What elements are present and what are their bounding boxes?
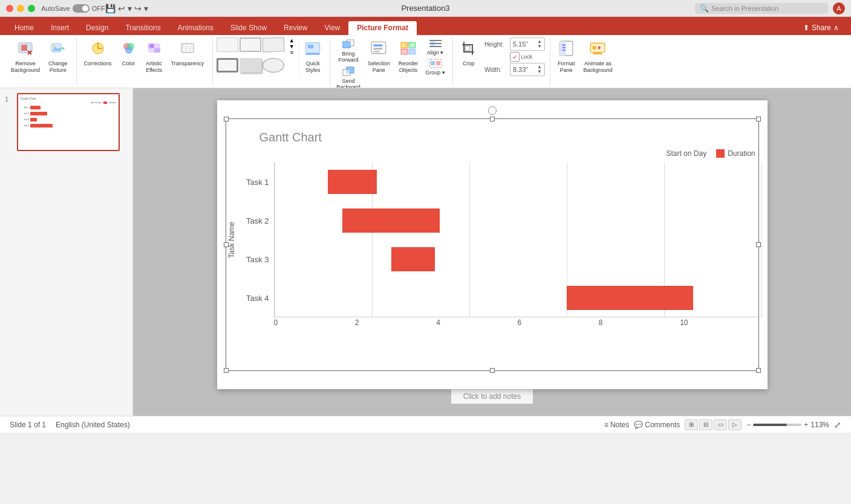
handle-tl[interactable] <box>224 117 229 121</box>
tab-design[interactable]: Design <box>77 21 117 35</box>
height-input[interactable]: 5.15" ▲ ▼ <box>510 37 545 51</box>
undo-button[interactable]: ↩ <box>118 4 125 13</box>
change-pic-label: ChangePicture <box>48 60 68 74</box>
selection-pane-button[interactable]: SelectionPane <box>364 37 394 76</box>
color-button[interactable]: Color <box>117 37 141 69</box>
crop-button[interactable]: Crop <box>457 37 481 69</box>
quick-styles-button[interactable]: QuickStyles <box>299 37 325 76</box>
gridline-10 <box>761 163 762 317</box>
bring-forward-button[interactable]: BringForward <box>334 37 363 64</box>
width-input[interactable]: 8.33" ▲ ▼ <box>510 63 545 76</box>
height-label: Height: <box>484 41 507 48</box>
zoom-in-btn[interactable]: + <box>804 421 808 429</box>
color-label: Color <box>122 60 135 67</box>
width-spinners: ▲ ▼ <box>537 65 542 74</box>
user-avatar[interactable]: A <box>833 2 845 15</box>
reorder-objects-button[interactable]: ReorderObjects <box>395 37 422 76</box>
style-swatch[interactable] <box>240 37 261 52</box>
corrections-icon <box>90 40 106 59</box>
transparency-icon <box>179 40 196 59</box>
change-picture-button[interactable]: ChangePicture <box>45 37 71 76</box>
reading-view-btn[interactable]: ▭ <box>714 419 727 430</box>
style-swatch[interactable] <box>240 58 261 73</box>
redo-button[interactable]: ↪ <box>134 4 142 13</box>
mini-task-2: Task 2 <box>21 112 29 115</box>
task-bar-1[interactable] <box>328 170 377 194</box>
minimize-button[interactable] <box>17 5 24 12</box>
task-bar-3[interactable] <box>391 247 435 271</box>
svg-rect-46 <box>559 41 566 56</box>
x-label-10: 10 <box>680 318 761 327</box>
zoom-slider[interactable] <box>753 424 801 426</box>
close-button[interactable] <box>6 5 13 12</box>
tab-transitions[interactable]: Transitions <box>117 21 169 35</box>
slide-thumbnail-1[interactable]: Gantt Chart Start on Day Duration Task 1 <box>17 93 120 151</box>
search-box[interactable]: 🔍 Search in Presentation <box>695 3 828 14</box>
maximize-button[interactable] <box>28 5 35 12</box>
task-bar-4[interactable] <box>567 286 693 310</box>
style-swatch[interactable] <box>262 58 284 73</box>
normal-view-btn[interactable]: ⊞ <box>685 419 698 430</box>
group-button[interactable]: Group ▾ <box>423 57 448 77</box>
legend-start: Start on Day <box>666 149 706 158</box>
svg-rect-33 <box>401 42 408 48</box>
grid-view-btn[interactable]: ⊟ <box>699 419 712 430</box>
handle-tr[interactable] <box>756 117 761 121</box>
slide-panel: 1 Gantt Chart Start on Day Duration Task… <box>0 88 133 416</box>
height-spinners: ▲ ▼ <box>537 39 542 49</box>
comments-button[interactable]: 💬 Comments <box>634 421 680 429</box>
svg-rect-28 <box>347 67 354 73</box>
artistic-effects-button[interactable]: ArtisticEffects <box>142 37 166 76</box>
corrections-button[interactable]: Corrections <box>80 37 116 69</box>
width-value: 8.33" <box>513 66 528 73</box>
artistic-icon <box>146 40 163 59</box>
tab-insert[interactable]: Insert <box>42 21 77 35</box>
tab-home[interactable]: Home <box>6 21 42 35</box>
tab-animations[interactable]: Animations <box>169 21 222 35</box>
tab-picture-format[interactable]: Picture Format <box>348 21 417 35</box>
x-label-8: 8 <box>599 318 680 327</box>
send-backward-button[interactable]: SendBackward <box>334 65 363 88</box>
scroll-up[interactable]: ▲ <box>285 37 298 44</box>
transparency-button[interactable]: Transparency <box>168 37 208 69</box>
crop-icon <box>460 40 477 59</box>
tab-view[interactable]: View <box>316 21 348 35</box>
style-swatch[interactable] <box>217 37 238 52</box>
scroll-down[interactable]: ▼ <box>285 44 298 50</box>
remove-bg-label: RemoveBackground <box>11 60 40 74</box>
style-swatch[interactable] <box>217 58 238 73</box>
align-button[interactable]: Align ▾ <box>423 37 448 57</box>
rotate-handle[interactable] <box>488 106 497 115</box>
lock-checkbox[interactable]: ✓ <box>510 52 520 62</box>
tab-slideshow[interactable]: Slide Show <box>222 21 275 35</box>
tab-review[interactable]: Review <box>275 21 316 35</box>
autosave-toggle[interactable] <box>73 4 90 13</box>
slide-canvas[interactable]: Gantt Chart Start on Day Duration <box>217 100 768 389</box>
mini-row-1: Task 1 <box>21 105 116 110</box>
format-pane-button[interactable]: FormatPane <box>554 37 579 76</box>
task-bar-2[interactable] <box>342 208 440 233</box>
slideshow-view-btn[interactable]: ▷ <box>728 419 742 430</box>
undo-dropdown[interactable]: ▾ <box>128 4 132 13</box>
style-swatch[interactable] <box>262 37 285 52</box>
share-button[interactable]: ⬆ Share ∧ <box>797 21 845 35</box>
notes-bar[interactable]: Click to add notes <box>451 389 533 404</box>
change-pic-icon <box>50 40 67 59</box>
style-scroll[interactable]: ▲ ▼ ≡ <box>285 37 298 56</box>
svg-rect-35 <box>401 49 408 54</box>
more-styles[interactable]: ≡ <box>285 50 298 56</box>
customize-button[interactable]: ▾ <box>144 4 148 13</box>
notes-label: Notes <box>610 421 629 429</box>
zoom-out-btn[interactable]: − <box>746 421 751 429</box>
height-down[interactable]: ▼ <box>537 44 542 49</box>
remove-background-button[interactable]: RemoveBackground <box>7 37 44 76</box>
handle-tm[interactable] <box>490 117 495 121</box>
mini-bars: Task 1 Task 2 <box>21 105 116 128</box>
app-body: Home Insert Design Transitions Animation… <box>0 17 851 433</box>
notes-button[interactable]: ≡ Notes <box>604 421 629 429</box>
save-button[interactable]: 💾 <box>105 4 116 13</box>
animate-as-background-button[interactable]: Animate asBackground <box>579 37 616 76</box>
width-down[interactable]: ▼ <box>537 69 542 74</box>
fit-screen-btn[interactable]: ⤢ <box>834 420 841 430</box>
mini-duration-text: Duration <box>109 102 116 104</box>
